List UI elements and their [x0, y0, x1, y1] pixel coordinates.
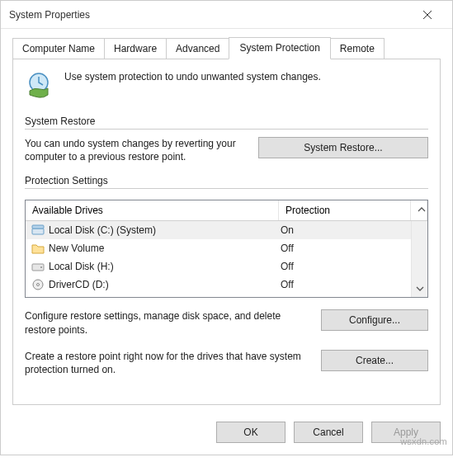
close-icon	[422, 10, 432, 20]
drive-row[interactable]: Local Disk (H:) Off	[26, 257, 411, 276]
system-properties-window: System Properties Computer Name Hardware…	[0, 0, 453, 455]
disc-icon	[31, 278, 45, 291]
divider	[25, 129, 428, 130]
tab-hardware[interactable]: Hardware	[104, 38, 167, 60]
drives-table: Available Drives Protection Local Disk (…	[25, 200, 428, 298]
system-protection-icon	[25, 71, 53, 99]
tab-advanced[interactable]: Advanced	[166, 38, 229, 60]
folder-icon	[31, 242, 45, 255]
scrollbar[interactable]	[411, 221, 427, 297]
scroll-down-button[interactable]	[412, 280, 427, 297]
drive-row[interactable]: Local Disk (C:) (System) On	[26, 221, 411, 239]
chevron-up-icon	[418, 205, 426, 214]
drive-row[interactable]: DriverCD (D:) Off	[26, 276, 411, 294]
svg-point-4	[40, 266, 42, 268]
cancel-button[interactable]: Cancel	[294, 422, 363, 443]
tab-remote[interactable]: Remote	[330, 38, 385, 60]
close-button[interactable]	[411, 3, 444, 26]
drive-protection: Off	[279, 261, 411, 272]
configure-row: Configure restore settings, manage disk …	[25, 309, 428, 336]
header-available-drives[interactable]: Available Drives	[26, 200, 279, 220]
create-button[interactable]: Create...	[321, 350, 428, 371]
watermark: wsxdn.com	[400, 436, 447, 446]
drive-name: New Volume	[49, 243, 279, 254]
configure-description: Configure restore settings, manage disk …	[25, 309, 303, 336]
tab-system-protection[interactable]: System Protection	[229, 37, 330, 59]
system-restore-label: System Restore	[25, 115, 100, 127]
system-restore-group: System Restore You can undo system chang…	[25, 122, 428, 163]
protection-settings-group: Protection Settings Available Drives Pro…	[25, 181, 428, 376]
svg-point-6	[37, 284, 40, 286]
drive-protection: On	[279, 224, 411, 236]
tab-computer-name[interactable]: Computer Name	[12, 38, 105, 60]
drive-name: Local Disk (C:) (System)	[49, 224, 279, 236]
drive-protection: Off	[279, 243, 411, 254]
window-title: System Properties	[9, 9, 90, 21]
divider	[25, 188, 428, 189]
create-description: Create a restore point right now for the…	[25, 350, 303, 376]
chevron-down-icon	[416, 285, 424, 293]
titlebar: System Properties	[1, 1, 452, 29]
tab-bar: Computer Name Hardware Advanced System P…	[1, 29, 452, 59]
scroll-up-header[interactable]	[411, 200, 427, 220]
drive-row[interactable]: New Volume Off	[26, 239, 411, 257]
dialog-footer: OK Cancel Apply	[1, 413, 452, 455]
configure-button[interactable]: Configure...	[321, 309, 428, 331]
system-restore-description: You can undo system changes by reverting…	[25, 137, 243, 163]
svg-rect-2	[32, 225, 44, 229]
header-protection[interactable]: Protection	[279, 200, 411, 220]
drive-icon	[31, 260, 45, 273]
system-restore-button[interactable]: System Restore...	[258, 137, 428, 158]
protection-settings-label: Protection Settings	[25, 175, 113, 186]
ok-button[interactable]: OK	[216, 422, 285, 443]
svg-rect-1	[32, 229, 44, 234]
tab-panel-system-protection: Use system protection to undo unwanted s…	[12, 59, 441, 405]
drives-body: Local Disk (C:) (System) On New Volume O…	[26, 221, 427, 297]
drive-name: Local Disk (H:)	[49, 261, 279, 272]
intro-row: Use system protection to undo unwanted s…	[25, 71, 428, 99]
create-row: Create a restore point right now for the…	[25, 350, 428, 376]
scroll-track-top	[412, 221, 427, 238]
intro-text: Use system protection to undo unwanted s…	[64, 71, 321, 82]
drive-protection: Off	[279, 279, 411, 290]
drives-header: Available Drives Protection	[26, 200, 427, 221]
drive-name: DriverCD (D:)	[49, 279, 279, 290]
drive-icon	[31, 224, 45, 237]
